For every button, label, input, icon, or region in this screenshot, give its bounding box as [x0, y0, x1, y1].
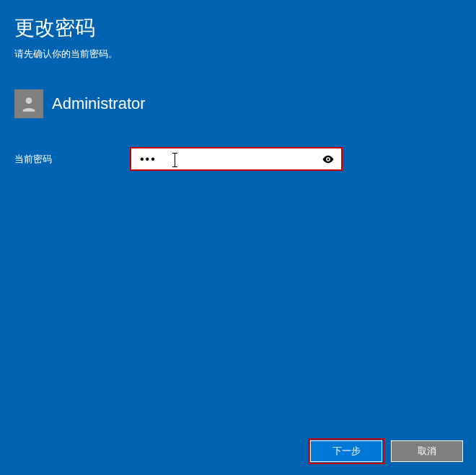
button-bar: 下一步 取消: [310, 440, 463, 462]
person-icon: [19, 94, 38, 113]
password-input-wrapper: [130, 147, 343, 171]
password-label: 当前密码: [14, 153, 123, 166]
eye-icon: [322, 153, 335, 166]
page-subtitle: 请先确认你的当前密码。: [14, 48, 462, 61]
next-button[interactable]: 下一步: [310, 440, 382, 462]
reveal-password-button[interactable]: [315, 148, 341, 169]
user-row: Administrator: [14, 89, 462, 118]
svg-point-0: [26, 97, 32, 104]
password-field-row: 当前密码: [14, 147, 462, 171]
page-title: 更改密码: [14, 14, 462, 42]
current-password-input[interactable]: [131, 148, 315, 169]
avatar: [14, 89, 43, 118]
cancel-button[interactable]: 取消: [391, 440, 463, 462]
username: Administrator: [52, 94, 146, 113]
